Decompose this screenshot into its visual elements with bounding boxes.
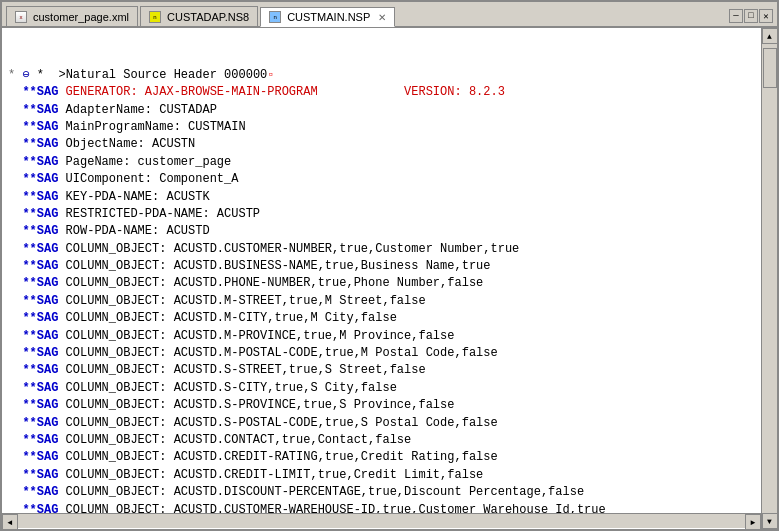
scrollbar-thumb[interactable] bbox=[763, 48, 777, 88]
close-button[interactable]: ✕ bbox=[759, 9, 773, 23]
tab-close-icon[interactable]: ✕ bbox=[378, 12, 386, 23]
code-line: **SAG ObjectName: ACUSTN bbox=[8, 136, 755, 153]
code-line: **SAG COLUMN_OBJECT: ACUSTD.PHONE-NUMBER… bbox=[8, 275, 755, 292]
code-line: **SAG COLUMN_OBJECT: ACUSTD.BUSINESS-NAM… bbox=[8, 258, 755, 275]
tab-custmain[interactable]: n CUSTMAIN.NSP ✕ bbox=[260, 7, 395, 27]
code-line: * ⊖ * >Natural Source Header 000000▫ bbox=[8, 67, 755, 84]
code-line: **SAG MainProgramName: CUSTMAIN bbox=[8, 119, 755, 136]
code-line: **SAG COLUMN_OBJECT: ACUSTD.M-POSTAL-COD… bbox=[8, 345, 755, 362]
tab-custadap[interactable]: n CUSTADAP.NS8 bbox=[140, 6, 258, 26]
tab-bar: x customer_page.xml n CUSTADAP.NS8 n CUS… bbox=[2, 2, 777, 28]
code-line: **SAG PageName: customer_page bbox=[8, 154, 755, 171]
xml-file-icon: x bbox=[15, 11, 27, 23]
code-line: **SAG COLUMN_OBJECT: ACUSTD.M-CITY,true,… bbox=[8, 310, 755, 327]
code-line: **SAG ROW-PDA-NAME: ACUSTD bbox=[8, 223, 755, 240]
code-line: **SAG COLUMN_OBJECT: ACUSTD.CUSTOMER-NUM… bbox=[8, 241, 755, 258]
scrollbar-v-track[interactable] bbox=[763, 44, 777, 513]
code-line: **SAG COLUMN_OBJECT: ACUSTD.S-STREET,tru… bbox=[8, 362, 755, 379]
tab-label-custadap: CUSTADAP.NS8 bbox=[167, 11, 249, 23]
code-line: **SAG COLUMN_OBJECT: ACUSTD.CUSTOMER-WAR… bbox=[8, 502, 755, 513]
tab-label-customer-xml: customer_page.xml bbox=[33, 11, 129, 23]
nsp-file-icon: n bbox=[269, 11, 281, 23]
vertical-scrollbar[interactable]: ▲ ▼ bbox=[761, 28, 777, 529]
tab-label-custmain: CUSTMAIN.NSP bbox=[287, 11, 370, 23]
tab-customer-xml[interactable]: x customer_page.xml bbox=[6, 6, 138, 26]
code-line: **SAG COLUMN_OBJECT: ACUSTD.S-CITY,true,… bbox=[8, 380, 755, 397]
code-line: **SAG COLUMN_OBJECT: ACUSTD.M-STREET,tru… bbox=[8, 293, 755, 310]
code-line: **SAG COLUMN_OBJECT: ACUSTD.DISCOUNT-PER… bbox=[8, 484, 755, 501]
code-line: **SAG COLUMN_OBJECT: ACUSTD.S-PROVINCE,t… bbox=[8, 397, 755, 414]
code-line: **SAG COLUMN_OBJECT: ACUSTD.CONTACT,true… bbox=[8, 432, 755, 449]
code-line: **SAG COLUMN_OBJECT: ACUSTD.CREDIT-RATIN… bbox=[8, 449, 755, 466]
scroll-left-button[interactable]: ◄ bbox=[2, 514, 18, 529]
scroll-down-button[interactable]: ▼ bbox=[762, 513, 778, 529]
code-line: **SAG AdapterName: CUSTADAP bbox=[8, 102, 755, 119]
scrollbar-h-track[interactable] bbox=[18, 514, 745, 528]
scroll-up-button[interactable]: ▲ bbox=[762, 28, 778, 44]
code-line: **SAG KEY-PDA-NAME: ACUSTK bbox=[8, 189, 755, 206]
editor-area: * ⊖ * >Natural Source Header 000000▫ **S… bbox=[2, 28, 761, 529]
scroll-right-button[interactable]: ► bbox=[745, 514, 761, 529]
ns8-file-icon: n bbox=[149, 11, 161, 23]
maximize-button[interactable]: □ bbox=[744, 9, 758, 23]
code-line: **SAG COLUMN_OBJECT: ACUSTD.CREDIT-LIMIT… bbox=[8, 467, 755, 484]
code-line: **SAG UIComponent: Component_A bbox=[8, 171, 755, 188]
code-line: **SAG GENERATOR: AJAX-BROWSE-MAIN-PROGRA… bbox=[8, 84, 755, 101]
code-editor[interactable]: * ⊖ * >Natural Source Header 000000▫ **S… bbox=[2, 28, 761, 513]
code-line: **SAG COLUMN_OBJECT: ACUSTD.M-PROVINCE,t… bbox=[8, 328, 755, 345]
main-window: x customer_page.xml n CUSTADAP.NS8 n CUS… bbox=[0, 0, 779, 531]
code-line: **SAG RESTRICTED-PDA-NAME: ACUSTP bbox=[8, 206, 755, 223]
horizontal-scrollbar[interactable]: ◄ ► bbox=[2, 513, 761, 529]
minimize-button[interactable]: — bbox=[729, 9, 743, 23]
content-area: * ⊖ * >Natural Source Header 000000▫ **S… bbox=[2, 28, 777, 529]
code-line: **SAG COLUMN_OBJECT: ACUSTD.S-POSTAL-COD… bbox=[8, 415, 755, 432]
